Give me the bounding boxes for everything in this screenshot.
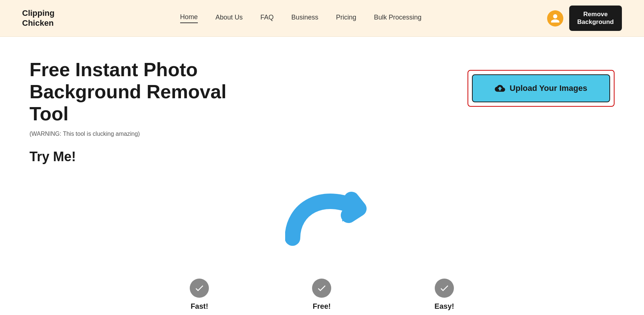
hero-text: Free Instant Photo Background Removal To… <box>29 59 251 172</box>
nav-bulk[interactable]: Bulk Processing <box>374 14 421 23</box>
try-me-heading: Try Me! <box>29 149 251 164</box>
easy-check-icon <box>435 279 454 298</box>
user-avatar[interactable] <box>547 10 563 26</box>
features-section: Fast! Free! Easy! <box>0 271 644 315</box>
logo[interactable]: Clipping Chicken <box>22 8 55 28</box>
navigation: Home About Us FAQ Business Pricing Bulk … <box>55 13 547 23</box>
easy-label: Easy! <box>434 302 454 311</box>
hero-subtitle: (WARNING: This tool is clucking amazing) <box>29 131 251 137</box>
pointing-arrow <box>285 176 388 256</box>
remove-background-button[interactable]: RemoveBackground <box>569 6 622 31</box>
nav-about[interactable]: About Us <box>216 14 243 23</box>
fast-label: Fast! <box>190 302 208 311</box>
feature-fast: Fast! <box>190 279 209 311</box>
upload-icon <box>495 83 505 93</box>
feature-free: Free! <box>312 279 331 311</box>
fast-check-icon <box>190 279 209 298</box>
nav-home[interactable]: Home <box>180 13 198 23</box>
feature-easy: Easy! <box>434 279 454 311</box>
upload-button[interactable]: Upload Your Images <box>472 74 610 102</box>
hero-title: Free Instant Photo Background Removal To… <box>29 59 251 125</box>
arrow-section <box>0 172 644 271</box>
header-right: RemoveBackground <box>547 6 622 31</box>
free-check-icon <box>312 279 331 298</box>
nav-business[interactable]: Business <box>291 14 318 23</box>
header: Clipping Chicken Home About Us FAQ Busin… <box>0 0 644 37</box>
nav-faq[interactable]: FAQ <box>260 14 274 23</box>
free-label: Free! <box>313 302 331 311</box>
nav-pricing[interactable]: Pricing <box>336 14 356 23</box>
upload-area: Upload Your Images <box>468 70 615 107</box>
upload-box: Upload Your Images <box>468 70 615 107</box>
